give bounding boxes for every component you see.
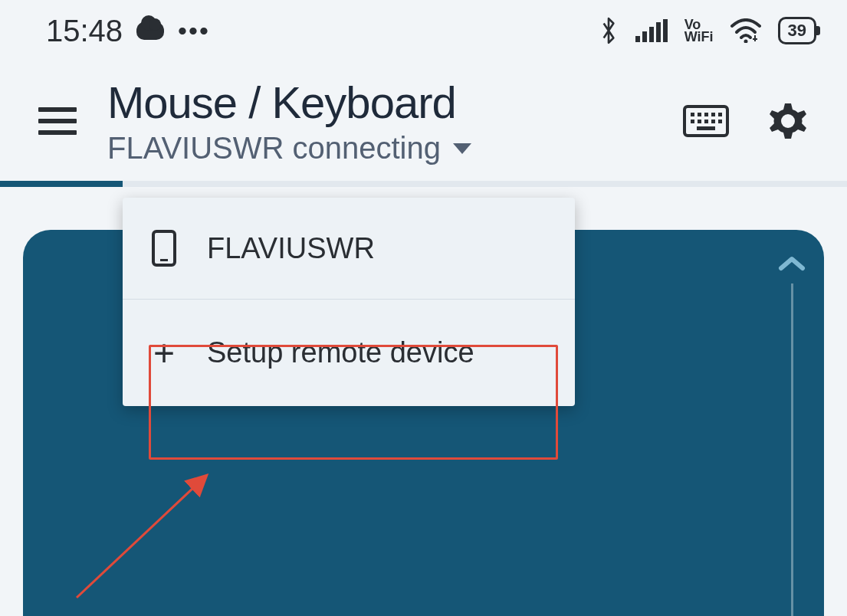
- status-left: 15:48 •••: [46, 14, 210, 48]
- svg-rect-4: [704, 113, 708, 116]
- svg-rect-9: [704, 120, 708, 123]
- svg-rect-8: [698, 120, 701, 123]
- vowifi-indicator: VoWiFi: [684, 18, 714, 43]
- app-header: Mouse / Keyboard FLAVIUSWR connecting: [0, 54, 847, 181]
- svg-rect-2: [691, 113, 694, 116]
- setup-label: Setup remote device: [207, 336, 474, 369]
- device-name-label: FLAVIUSWR: [207, 232, 375, 265]
- setup-remote-device-item[interactable]: + Setup remote device: [123, 299, 575, 406]
- keyboard-icon[interactable]: [683, 105, 729, 137]
- active-tab-indicator: [0, 181, 123, 187]
- page-title: Mouse / Keyboard: [107, 77, 652, 128]
- battery-indicator: 39: [778, 17, 816, 44]
- device-menu-item[interactable]: FLAVIUSWR: [123, 198, 575, 299]
- svg-rect-5: [711, 113, 715, 116]
- tab-indicator: [0, 181, 847, 187]
- svg-rect-11: [718, 120, 722, 123]
- phone-icon: [152, 230, 176, 267]
- cellular-signal-icon: [635, 19, 668, 42]
- header-actions: [683, 100, 809, 142]
- svg-rect-6: [718, 113, 722, 116]
- title-block: Mouse / Keyboard FLAVIUSWR connecting: [107, 77, 652, 165]
- svg-rect-10: [711, 120, 715, 123]
- chevron-down-icon: [453, 143, 471, 154]
- more-dots-icon: •••: [178, 18, 210, 44]
- svg-point-0: [744, 40, 747, 44]
- device-dropdown-menu: FLAVIUSWR + Setup remote device: [123, 198, 575, 406]
- wifi-icon: [730, 18, 761, 43]
- svg-rect-3: [698, 113, 701, 116]
- status-bar: 15:48 ••• VoWiFi 39: [0, 0, 847, 54]
- device-selector[interactable]: FLAVIUSWR connecting: [107, 131, 652, 165]
- svg-rect-7: [691, 120, 694, 123]
- settings-gear-icon[interactable]: [767, 100, 809, 142]
- hamburger-menu-button[interactable]: [38, 107, 77, 135]
- status-time: 15:48: [46, 14, 123, 48]
- scroll-track[interactable]: [791, 283, 793, 616]
- status-right: VoWiFi 39: [599, 16, 816, 45]
- plus-icon: +: [152, 332, 176, 374]
- cloud-icon: [136, 21, 164, 40]
- connection-status: FLAVIUSWR connecting: [107, 131, 441, 165]
- bluetooth-icon: [599, 16, 619, 45]
- svg-rect-12: [697, 126, 715, 130]
- svg-point-13: [781, 114, 795, 128]
- scroll-up-chevron-icon[interactable]: [776, 253, 807, 273]
